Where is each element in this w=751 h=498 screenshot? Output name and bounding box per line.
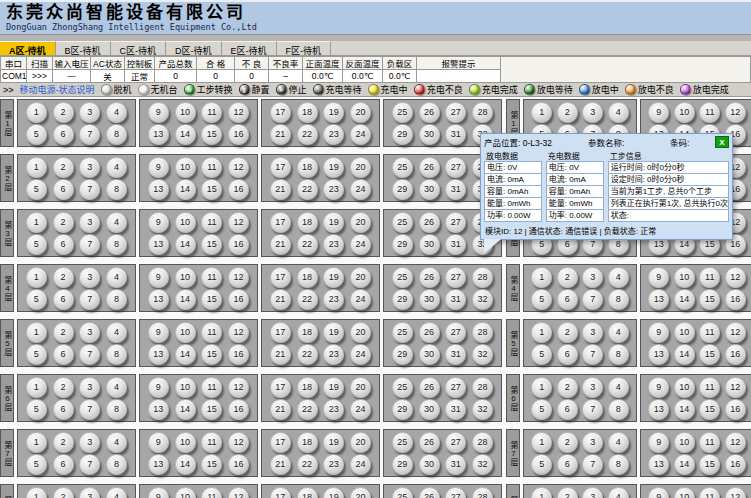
battery-cell-L-8-18[interactable]: 18 bbox=[297, 487, 318, 498]
battery-cell-L-7-19[interactable]: 19 bbox=[323, 432, 344, 453]
battery-cell-L-5-20[interactable]: 20 bbox=[350, 322, 371, 343]
battery-cell-L-5-21[interactable]: 21 bbox=[270, 344, 291, 365]
battery-cell-L-4-21[interactable]: 21 bbox=[270, 289, 291, 310]
battery-cell-R-7-1[interactable]: 1 bbox=[531, 432, 552, 453]
battery-cell-L-3-5[interactable]: 5 bbox=[26, 234, 47, 255]
battery-cell-L-1-20[interactable]: 20 bbox=[350, 102, 371, 123]
battery-cell-L-6-26[interactable]: 26 bbox=[419, 377, 440, 398]
battery-cell-L-2-22[interactable]: 22 bbox=[297, 179, 318, 200]
battery-cell-L-3-9[interactable]: 9 bbox=[148, 212, 169, 233]
battery-cell-L-4-25[interactable]: 25 bbox=[392, 267, 413, 288]
battery-cell-R-4-1[interactable]: 1 bbox=[531, 267, 552, 288]
battery-cell-R-5-2[interactable]: 2 bbox=[557, 322, 578, 343]
battery-cell-L-1-8[interactable]: 8 bbox=[106, 124, 127, 145]
battery-cell-L-4-20[interactable]: 20 bbox=[350, 267, 371, 288]
battery-cell-L-3-29[interactable]: 29 bbox=[392, 234, 413, 255]
battery-cell-L-7-2[interactable]: 2 bbox=[53, 432, 74, 453]
battery-cell-L-8-9[interactable]: 9 bbox=[148, 487, 169, 498]
battery-cell-L-4-10[interactable]: 10 bbox=[175, 267, 196, 288]
battery-cell-L-8-1[interactable]: 1 bbox=[26, 487, 47, 498]
battery-cell-L-8-26[interactable]: 26 bbox=[419, 487, 440, 498]
battery-cell-L-4-19[interactable]: 19 bbox=[323, 267, 344, 288]
battery-cell-R-5-9[interactable]: 9 bbox=[648, 322, 669, 343]
battery-cell-L-6-8[interactable]: 8 bbox=[106, 399, 127, 420]
battery-cell-R-1-12[interactable]: 12 bbox=[725, 102, 746, 123]
battery-cell-L-2-3[interactable]: 3 bbox=[79, 157, 100, 178]
battery-cell-L-1-13[interactable]: 13 bbox=[148, 124, 169, 145]
battery-cell-R-1-11[interactable]: 11 bbox=[699, 102, 720, 123]
battery-cell-L-8-27[interactable]: 27 bbox=[445, 487, 466, 498]
battery-cell-R-1-10[interactable]: 10 bbox=[674, 102, 695, 123]
battery-cell-L-5-27[interactable]: 27 bbox=[445, 322, 466, 343]
battery-cell-L-7-4[interactable]: 4 bbox=[106, 432, 127, 453]
battery-cell-L-5-24[interactable]: 24 bbox=[350, 344, 371, 365]
battery-cell-R-7-13[interactable]: 13 bbox=[648, 454, 669, 475]
battery-cell-L-6-9[interactable]: 9 bbox=[148, 377, 169, 398]
battery-cell-L-7-21[interactable]: 21 bbox=[270, 454, 291, 475]
battery-cell-L-4-9[interactable]: 9 bbox=[148, 267, 169, 288]
battery-cell-L-3-15[interactable]: 15 bbox=[201, 234, 222, 255]
battery-cell-R-8-4[interactable]: 4 bbox=[608, 487, 629, 498]
battery-cell-L-3-20[interactable]: 20 bbox=[350, 212, 371, 233]
battery-cell-L-2-20[interactable]: 20 bbox=[350, 157, 371, 178]
battery-cell-L-2-27[interactable]: 27 bbox=[445, 157, 466, 178]
battery-cell-L-7-25[interactable]: 25 bbox=[392, 432, 413, 453]
battery-cell-R-4-10[interactable]: 10 bbox=[674, 267, 695, 288]
battery-cell-R-6-11[interactable]: 11 bbox=[699, 377, 720, 398]
battery-cell-R-4-2[interactable]: 2 bbox=[557, 267, 578, 288]
battery-cell-L-7-1[interactable]: 1 bbox=[26, 432, 47, 453]
battery-cell-L-4-18[interactable]: 18 bbox=[297, 267, 318, 288]
battery-cell-L-1-30[interactable]: 30 bbox=[419, 124, 440, 145]
battery-cell-L-3-16[interactable]: 16 bbox=[228, 234, 249, 255]
battery-cell-L-2-14[interactable]: 14 bbox=[175, 179, 196, 200]
battery-cell-L-1-1[interactable]: 1 bbox=[26, 102, 47, 123]
battery-cell-L-5-16[interactable]: 16 bbox=[228, 344, 249, 365]
battery-cell-L-2-9[interactable]: 9 bbox=[148, 157, 169, 178]
battery-cell-L-7-12[interactable]: 12 bbox=[228, 432, 249, 453]
battery-cell-R-6-8[interactable]: 8 bbox=[608, 399, 629, 420]
battery-cell-L-6-15[interactable]: 15 bbox=[201, 399, 222, 420]
battery-cell-R-5-14[interactable]: 14 bbox=[674, 344, 695, 365]
battery-cell-L-5-10[interactable]: 10 bbox=[175, 322, 196, 343]
battery-cell-L-7-5[interactable]: 5 bbox=[26, 454, 47, 475]
battery-cell-L-6-6[interactable]: 6 bbox=[53, 399, 74, 420]
battery-cell-R-6-13[interactable]: 13 bbox=[648, 399, 669, 420]
battery-cell-L-2-18[interactable]: 18 bbox=[297, 157, 318, 178]
battery-cell-L-2-19[interactable]: 19 bbox=[323, 157, 344, 178]
battery-cell-L-1-14[interactable]: 14 bbox=[175, 124, 196, 145]
battery-cell-L-3-11[interactable]: 11 bbox=[201, 212, 222, 233]
battery-cell-L-7-11[interactable]: 11 bbox=[201, 432, 222, 453]
battery-cell-L-3-25[interactable]: 25 bbox=[392, 212, 413, 233]
battery-cell-L-5-1[interactable]: 1 bbox=[26, 322, 47, 343]
battery-cell-R-6-10[interactable]: 10 bbox=[674, 377, 695, 398]
battery-cell-R-7-8[interactable]: 8 bbox=[608, 454, 629, 475]
battery-cell-R-5-7[interactable]: 7 bbox=[582, 344, 603, 365]
battery-cell-L-5-22[interactable]: 22 bbox=[297, 344, 318, 365]
battery-cell-L-4-32[interactable]: 32 bbox=[472, 289, 493, 310]
battery-cell-L-8-3[interactable]: 3 bbox=[79, 487, 100, 498]
battery-cell-L-2-25[interactable]: 25 bbox=[392, 157, 413, 178]
battery-cell-R-5-6[interactable]: 6 bbox=[557, 344, 578, 365]
battery-cell-R-6-6[interactable]: 6 bbox=[557, 399, 578, 420]
battery-cell-R-4-9[interactable]: 9 bbox=[648, 267, 669, 288]
battery-cell-L-8-2[interactable]: 2 bbox=[53, 487, 74, 498]
battery-cell-L-3-23[interactable]: 23 bbox=[323, 234, 344, 255]
battery-cell-L-6-7[interactable]: 7 bbox=[79, 399, 100, 420]
battery-cell-L-6-14[interactable]: 14 bbox=[175, 399, 196, 420]
battery-cell-R-7-7[interactable]: 7 bbox=[582, 454, 603, 475]
battery-cell-L-7-26[interactable]: 26 bbox=[419, 432, 440, 453]
battery-cell-L-7-14[interactable]: 14 bbox=[175, 454, 196, 475]
battery-cell-L-6-1[interactable]: 1 bbox=[26, 377, 47, 398]
battery-cell-L-3-17[interactable]: 17 bbox=[270, 212, 291, 233]
battery-cell-L-5-8[interactable]: 8 bbox=[106, 344, 127, 365]
legend-link[interactable]: 移动电源-状态说明 bbox=[20, 83, 95, 96]
battery-cell-L-3-12[interactable]: 12 bbox=[228, 212, 249, 233]
battery-cell-L-3-8[interactable]: 8 bbox=[106, 234, 127, 255]
battery-cell-L-3-26[interactable]: 26 bbox=[419, 212, 440, 233]
battery-cell-L-3-18[interactable]: 18 bbox=[297, 212, 318, 233]
battery-cell-L-7-3[interactable]: 3 bbox=[79, 432, 100, 453]
battery-cell-L-7-17[interactable]: 17 bbox=[270, 432, 291, 453]
battery-cell-L-3-21[interactable]: 21 bbox=[270, 234, 291, 255]
battery-cell-L-5-9[interactable]: 9 bbox=[148, 322, 169, 343]
battery-cell-R-6-3[interactable]: 3 bbox=[582, 377, 603, 398]
